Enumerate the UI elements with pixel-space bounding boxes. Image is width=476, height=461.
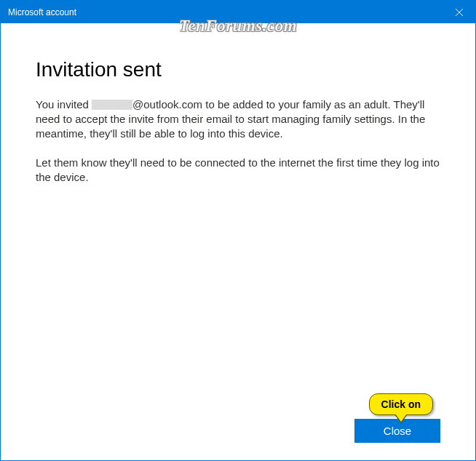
page-heading: Invitation sent bbox=[36, 58, 440, 81]
dialog-content: Invitation sent You invited @outlook.com… bbox=[1, 23, 475, 460]
redacted-email-local bbox=[92, 100, 132, 110]
dialog-window: Microsoft account TenForums.com Invitati… bbox=[0, 0, 476, 461]
titlebar-close-button[interactable] bbox=[443, 1, 475, 23]
p1-email-suffix: @outlook.com bbox=[132, 98, 202, 111]
p1-prefix: You invited bbox=[36, 98, 92, 111]
titlebar: Microsoft account bbox=[1, 1, 475, 23]
titlebar-title: Microsoft account bbox=[8, 7, 76, 17]
invitation-paragraph-2: Let them know they'll need to be connect… bbox=[36, 156, 440, 185]
dialog-footer: Close bbox=[354, 419, 440, 443]
close-button[interactable]: Close bbox=[354, 419, 440, 443]
invitation-paragraph-1: You invited @outlook.com to be added to … bbox=[36, 97, 440, 141]
close-icon bbox=[456, 9, 463, 16]
